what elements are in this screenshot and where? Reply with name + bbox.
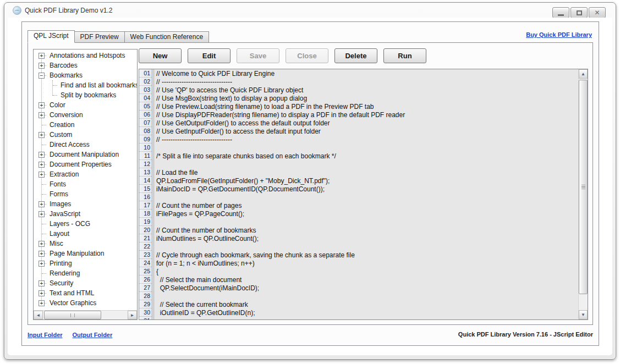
tree-item-security[interactable]: +Security [34, 278, 137, 288]
line-number: 08 [139, 127, 152, 135]
tree-item-label: Security [50, 278, 73, 288]
tree-item-text-and-html[interactable]: +Text and HTML [34, 288, 137, 298]
line-number: 20 [139, 226, 152, 234]
code-line [156, 218, 578, 227]
buy-quick-pdf-library-link[interactable]: Buy Quick PDF Library [526, 31, 592, 38]
code-line: // Use 'QP' to access the Quick PDF Libr… [156, 86, 578, 95]
tree-item-forms[interactable]: Forms [34, 189, 137, 199]
editor-scrollbar-thumb[interactable] [579, 80, 588, 294]
edit-script-button[interactable]: Edit [188, 48, 231, 63]
window-title: Quick PDF Library Demo v1.2 [25, 7, 112, 14]
tree-item-label: Conversion [50, 110, 83, 120]
tree-item-extraction[interactable]: +Extraction [34, 169, 137, 179]
tree-item-page-manipulation[interactable]: +Page Manipulation [34, 249, 137, 258]
script-tree-panel: +Annotations and Hotspots+Barcodes−Bookm… [33, 49, 138, 320]
tree-item-fonts[interactable]: Fonts [34, 179, 137, 189]
line-number: 19 [139, 218, 152, 226]
code-line: for (n = 1; n < iNumOutlines; n++) [156, 260, 578, 268]
expand-icon[interactable]: + [39, 172, 45, 178]
code-line [156, 317, 578, 319]
code-line: QP.SelectDocument(iMainDocID); [156, 284, 578, 293]
save-script-button: Save [237, 48, 279, 63]
tree-item-layout[interactable]: Layout [34, 229, 137, 239]
code-line [156, 194, 578, 202]
expand-icon[interactable]: + [39, 53, 45, 59]
line-number: 06 [139, 111, 152, 119]
expand-icon[interactable]: + [39, 162, 45, 168]
main-panel: QPL JScriptPDF PreviewWeb Function Refer… [21, 21, 599, 346]
collapse-icon[interactable]: − [39, 73, 45, 79]
scroll-left-arrow-icon[interactable]: ◄ [34, 311, 43, 319]
code-line: // Cycle through each bookmark, saving t… [156, 251, 578, 260]
input-folder-link[interactable]: Input Folder [28, 332, 63, 338]
expand-icon[interactable]: + [39, 280, 45, 286]
code-editor[interactable]: 0102030405060708091011121314151617181920… [139, 69, 588, 320]
expand-icon[interactable]: + [39, 201, 45, 207]
tree-item-document-manipulation[interactable]: +Document Manipulation [34, 150, 137, 159]
tree-item-vector-graphics[interactable]: +Vector Graphics [34, 298, 137, 308]
scroll-right-arrow-icon[interactable]: ► [128, 311, 137, 319]
tree-view: +Annotations and Hotspots+Barcodes−Bookm… [34, 51, 137, 310]
tree-item-find-and-list-all-bookmarks[interactable]: Find and list all bookmarks [34, 80, 137, 90]
title-bar[interactable]: Quick PDF Library Demo v1.2 ✕ [4, 3, 616, 18]
tree-item-layers-ocg[interactable]: Layers - OCG [34, 219, 137, 229]
expand-icon[interactable]: + [39, 261, 45, 267]
expand-icon[interactable]: + [39, 152, 45, 158]
tree-item-label: Images [50, 199, 71, 209]
tree-item-direct-access[interactable]: Direct Access [34, 140, 137, 150]
scroll-down-arrow-icon[interactable]: ▼ [579, 310, 588, 319]
tab-web-function-reference[interactable]: Web Function Reference [125, 31, 210, 43]
status-text: Quick PDF Library Version 7.16 - JScript… [458, 331, 593, 338]
tree-item-javascript[interactable]: +JavaScript [34, 209, 137, 219]
footer-links: Input FolderOutput Folder [28, 332, 112, 338]
tree-item-label: Split by bookmarks [61, 90, 116, 100]
editor-vertical-scrollbar[interactable]: ▲ ▼ [578, 69, 588, 319]
new-script-button[interactable]: New [139, 48, 182, 63]
expand-icon[interactable]: + [39, 251, 45, 257]
delete-script-button[interactable]: Delete [334, 48, 377, 63]
app-window: Quick PDF Library Demo v1.2 ✕ QPL JScrip… [4, 2, 616, 360]
tree-item-annotations-and-hotspots[interactable]: +Annotations and Hotspots [34, 51, 137, 60]
tree-scrollbar-thumb[interactable] [44, 311, 101, 319]
close-button[interactable]: ✕ [589, 7, 606, 18]
tree-item-custom[interactable]: +Custom [34, 130, 137, 140]
line-number: 14 [139, 177, 152, 185]
tab-pdf-preview[interactable]: PDF Preview [75, 31, 125, 43]
tree-item-split-by-bookmarks[interactable]: Split by bookmarks [34, 90, 137, 100]
expand-icon[interactable]: + [39, 241, 45, 247]
code-line: /* Split a file into separate chunks bas… [156, 152, 578, 161]
expand-icon[interactable]: + [39, 112, 45, 118]
tree-item-images[interactable]: +Images [34, 199, 137, 209]
tree-item-document-properties[interactable]: +Document Properties [34, 159, 137, 169]
line-number: 25 [139, 267, 152, 275]
tree-item-label: Document Manipulation [50, 150, 119, 159]
run-script-button[interactable]: Run [383, 48, 426, 63]
scroll-up-arrow-icon[interactable]: ▲ [579, 69, 588, 79]
tree-item-creation[interactable]: Creation [34, 120, 137, 130]
code-line: // Use GetInputFolder() to access the de… [156, 128, 578, 136]
expand-icon[interactable]: + [39, 63, 45, 69]
tree-item-label: Extraction [50, 169, 79, 179]
minimize-button[interactable] [552, 7, 569, 18]
tree-item-rendering[interactable]: Rendering [34, 268, 137, 278]
code-line: iMainDocID = QP.GetDocumentID(QP.Documen… [156, 185, 578, 194]
tree-item-bookmarks[interactable]: −Bookmarks [34, 70, 137, 80]
output-folder-link[interactable]: Output Folder [73, 332, 113, 338]
tree-horizontal-scrollbar[interactable]: ◄ ► [34, 310, 137, 319]
tree-item-color[interactable]: +Color [34, 100, 137, 110]
expand-icon[interactable]: + [39, 290, 45, 296]
expand-icon[interactable]: + [39, 102, 45, 108]
expand-icon[interactable]: + [39, 211, 45, 217]
tree-item-printing[interactable]: +Printing [34, 258, 137, 268]
code-line: // Select the current bookmark [156, 301, 578, 309]
line-number: 21 [139, 234, 152, 242]
maximize-button[interactable] [570, 7, 588, 18]
line-number: 05 [139, 102, 152, 111]
tree-item-misc[interactable]: +Misc [34, 239, 137, 249]
code-text-area[interactable]: // Welcome to Quick PDF Library Engine//… [155, 69, 578, 319]
expand-icon[interactable]: + [39, 300, 45, 306]
tree-item-barcodes[interactable]: +Barcodes [34, 60, 137, 70]
expand-icon[interactable]: + [39, 132, 45, 138]
tab-qpl-jscript[interactable]: QPL JScript [28, 30, 75, 43]
tree-item-conversion[interactable]: +Conversion [34, 110, 137, 120]
